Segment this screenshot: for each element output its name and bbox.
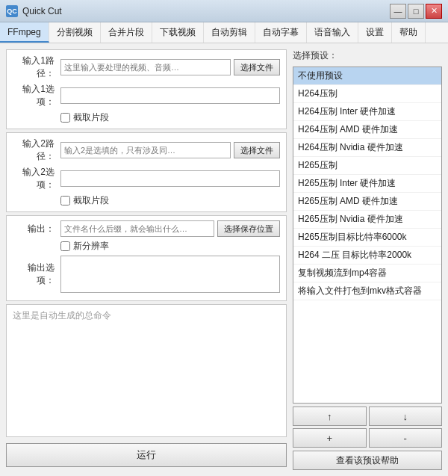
input2-section: 输入2路径： 选择文件 输入2选项： 截取片段 (6, 132, 287, 212)
preset-section-label: 选择预设： (293, 49, 442, 62)
input2-clip-label: 截取片段 (73, 194, 109, 207)
menu-download[interactable]: 下载视频 (152, 22, 204, 43)
output-options-field[interactable] (60, 256, 280, 293)
output-section: 输出： 选择保存位置 新分辨率 输出选项： (6, 215, 287, 301)
preset-list-inner: 不使用预设H264压制H264压制 Inter 硬件加速H264压制 AMD 硬… (293, 67, 441, 300)
output-options-row: 输出选项： (13, 256, 280, 293)
preset-down-button[interactable]: ↓ (369, 407, 443, 426)
preset-item[interactable]: 复制视频流到mp4容器 (293, 265, 441, 282)
input2-path-row: 输入2路径： 选择文件 (13, 137, 280, 163)
output-label: 输出： (13, 223, 57, 235)
input1-choose-button[interactable]: 选择文件 (234, 59, 280, 75)
output-newrate-label: 新分辨率 (73, 240, 109, 253)
preset-item[interactable]: 不使用预设 (293, 67, 441, 85)
menu-auto-sub[interactable]: 自动字幕 (255, 22, 307, 43)
right-panel: 选择预设： 不使用预设H264压制H264压制 Inter 硬件加速H264压制… (293, 49, 442, 470)
preset-item[interactable]: H264压制 Nvidia 硬件加速 (293, 139, 441, 157)
close-button[interactable]: ✕ (426, 4, 442, 19)
command-area: 这里是自动生成的总命令 (6, 304, 287, 437)
input2-options-field[interactable] (60, 170, 280, 187)
left-panel: 输入1路径： 选择文件 输入1选项： 截取片段 输入2路径： 选择文件 输入2选… (6, 49, 287, 470)
minimize-button[interactable]: — (390, 4, 406, 19)
run-button[interactable]: 运行 (6, 443, 287, 467)
app-icon: QC (6, 5, 18, 17)
output-newrate-row: 新分辨率 (60, 240, 280, 253)
preset-help-button[interactable]: 查看该预设帮助 (293, 451, 442, 470)
preset-item[interactable]: H265压制目标比特率6000k (293, 229, 441, 247)
preset-controls: ↑ ↓ + - (293, 407, 442, 448)
preset-item[interactable]: H265压制 (293, 157, 441, 175)
menu-split[interactable]: 分割视频 (49, 22, 101, 43)
menu-voice[interactable]: 语音输入 (307, 22, 358, 43)
menu-merge[interactable]: 合并片段 (101, 22, 152, 43)
input1-path-label: 输入1路径： (13, 55, 57, 80)
input2-options-label: 输入2选项： (13, 166, 57, 191)
input1-path-field[interactable] (60, 59, 231, 75)
menu-auto-cut[interactable]: 自动剪辑 (204, 22, 255, 43)
input1-options-field[interactable] (60, 87, 280, 104)
preset-add-button[interactable]: + (293, 428, 367, 448)
maximize-button[interactable]: □ (408, 4, 424, 19)
preset-item[interactable]: H265压制 AMD 硬件加速 (293, 193, 441, 211)
preset-item[interactable]: H264压制 AMD 硬件加速 (293, 121, 441, 139)
preset-list[interactable]: 不使用预设H264压制H264压制 Inter 硬件加速H264压制 AMD 硬… (293, 67, 442, 404)
title-text: Quick Cut (22, 6, 390, 16)
preset-item[interactable]: H265压制 Inter 硬件加速 (293, 175, 441, 193)
preset-item[interactable]: H264压制 (293, 85, 441, 103)
menu-ffmpeg[interactable]: FFmpeg (0, 22, 49, 43)
input2-path-field[interactable] (60, 142, 231, 158)
input2-choose-button[interactable]: 选择文件 (234, 142, 280, 158)
run-btn-container: 运行 (6, 440, 287, 470)
input1-options-row: 输入1选项： (13, 83, 280, 108)
title-bar: QC Quick Cut — □ ✕ (0, 0, 448, 22)
output-path-row: 输出： 选择保存位置 (13, 220, 280, 237)
output-choose-button[interactable]: 选择保存位置 (217, 220, 280, 237)
input2-options-row: 输入2选项： (13, 166, 280, 191)
output-options-label: 输出选项： (13, 262, 57, 287)
input2-clip-checkbox[interactable] (60, 196, 70, 205)
output-newrate-checkbox[interactable] (60, 241, 70, 251)
preset-item[interactable]: H264 二压 目标比特率2000k (293, 247, 441, 265)
window-controls: — □ ✕ (390, 4, 442, 19)
input1-path-row: 输入1路径： 选择文件 (13, 55, 280, 80)
input1-section: 输入1路径： 选择文件 输入1选项： 截取片段 (6, 49, 287, 129)
menu-help[interactable]: 帮助 (392, 22, 426, 43)
input1-clip-label: 截取片段 (73, 111, 109, 124)
input2-path-label: 输入2路径： (13, 137, 57, 163)
preset-item[interactable]: H265压制 Nvidia 硬件加速 (293, 211, 441, 229)
input1-options-label: 输入1选项： (13, 83, 57, 108)
preset-item[interactable]: 将输入文件打包到mkv格式容器 (293, 282, 441, 300)
menu-settings[interactable]: 设置 (358, 22, 392, 43)
input1-clip-row: 截取片段 (60, 111, 280, 124)
preset-up-button[interactable]: ↑ (293, 407, 367, 426)
command-placeholder: 这里是自动生成的总命令 (13, 310, 111, 321)
preset-remove-button[interactable]: - (369, 428, 443, 448)
preset-item[interactable]: H264压制 Inter 硬件加速 (293, 103, 441, 121)
input1-clip-checkbox[interactable] (60, 113, 70, 123)
output-path-field[interactable] (60, 220, 214, 237)
input2-clip-row: 截取片段 (60, 194, 280, 207)
menu-bar: FFmpeg 分割视频 合并片段 下载视频 自动剪辑 自动字幕 语音输入 设置 … (0, 22, 448, 43)
main-container: 输入1路径： 选择文件 输入1选项： 截取片段 输入2路径： 选择文件 输入2选… (0, 43, 448, 476)
